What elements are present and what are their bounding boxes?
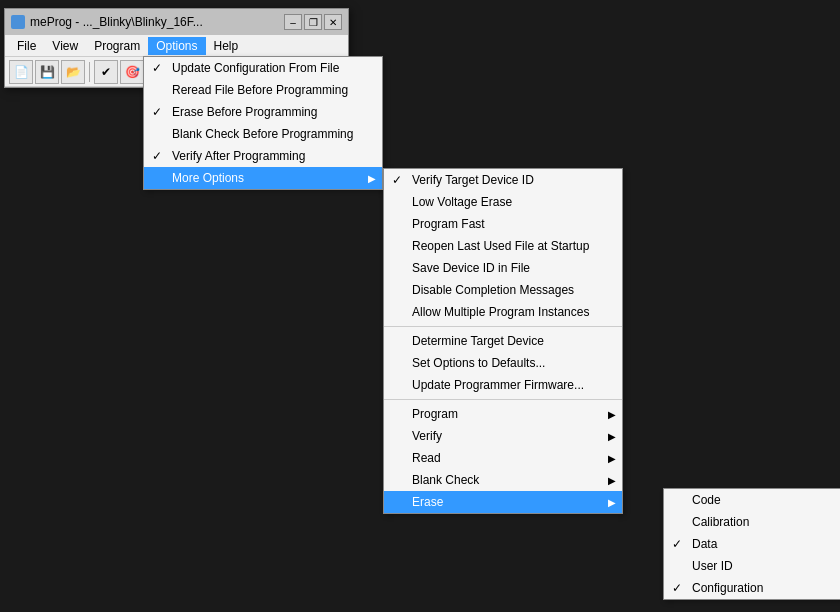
window-title: meProg - ..._Blinky\Blinky_16F... bbox=[30, 15, 203, 29]
toolbar-new-button[interactable]: 📄 bbox=[9, 60, 33, 84]
arrow-icon-blank-check: ▶ bbox=[608, 475, 616, 486]
separator-2 bbox=[384, 399, 622, 400]
menu-item-update-config[interactable]: ✓ Update Configuration From File bbox=[144, 57, 382, 79]
options-dropdown-menu: ✓ Update Configuration From File Reread … bbox=[143, 56, 383, 190]
menu-item-reread-file[interactable]: Reread File Before Programming bbox=[144, 79, 382, 101]
menu-item-disable-completion[interactable]: Disable Completion Messages bbox=[384, 279, 622, 301]
restore-button[interactable]: ❐ bbox=[304, 14, 322, 30]
menu-item-calibration[interactable]: Calibration bbox=[664, 511, 840, 533]
menubar-item-options[interactable]: Options bbox=[148, 37, 205, 55]
erase-dropdown-menu: Code Calibration ✓ Data User ID ✓ Config… bbox=[663, 488, 840, 600]
menu-item-allow-multiple[interactable]: Allow Multiple Program Instances bbox=[384, 301, 622, 323]
title-bar: meProg - ..._Blinky\Blinky_16F... – ❐ ✕ bbox=[5, 9, 348, 35]
menu-item-program-fast[interactable]: Program Fast bbox=[384, 213, 622, 235]
close-button[interactable]: ✕ bbox=[324, 14, 342, 30]
check-verify-after: ✓ bbox=[152, 149, 162, 163]
menubar: File View Program Options Help bbox=[5, 35, 348, 57]
toolbar-open-button[interactable]: 📂 bbox=[61, 60, 85, 84]
check-verify-target: ✓ bbox=[392, 173, 402, 187]
menu-item-user-id[interactable]: User ID bbox=[664, 555, 840, 577]
menu-item-blank-check-sub[interactable]: Blank Check ▶ bbox=[384, 469, 622, 491]
check-configuration: ✓ bbox=[672, 581, 682, 595]
toolbar-save-button[interactable]: 💾 bbox=[35, 60, 59, 84]
menubar-item-program[interactable]: Program bbox=[86, 37, 148, 55]
arrow-icon-more-options: ▶ bbox=[368, 173, 376, 184]
menubar-item-file[interactable]: File bbox=[9, 37, 44, 55]
check-data: ✓ bbox=[672, 537, 682, 551]
menu-item-low-voltage[interactable]: Low Voltage Erase bbox=[384, 191, 622, 213]
menu-item-verify-after[interactable]: ✓ Verify After Programming bbox=[144, 145, 382, 167]
arrow-icon-erase: ▶ bbox=[608, 497, 616, 508]
menu-item-reopen-last[interactable]: Reopen Last Used File at Startup bbox=[384, 235, 622, 257]
menu-item-blank-check[interactable]: Blank Check Before Programming bbox=[144, 123, 382, 145]
menu-item-configuration[interactable]: ✓ Configuration bbox=[664, 577, 840, 599]
check-update-config: ✓ bbox=[152, 61, 162, 75]
menu-item-set-options[interactable]: Set Options to Defaults... bbox=[384, 352, 622, 374]
arrow-icon-read: ▶ bbox=[608, 453, 616, 464]
menu-item-update-firmware[interactable]: Update Programmer Firmware... bbox=[384, 374, 622, 396]
minimize-button[interactable]: – bbox=[284, 14, 302, 30]
menu-item-determine-target[interactable]: Determine Target Device bbox=[384, 330, 622, 352]
menu-item-program-sub[interactable]: Program ▶ bbox=[384, 403, 622, 425]
app-icon bbox=[11, 15, 25, 29]
toolbar-target-button[interactable]: 🎯 bbox=[120, 60, 144, 84]
menu-item-more-options[interactable]: More Options ▶ bbox=[144, 167, 382, 189]
arrow-icon-program: ▶ bbox=[608, 409, 616, 420]
toolbar-check-button[interactable]: ✔ bbox=[94, 60, 118, 84]
menu-item-code[interactable]: Code bbox=[664, 489, 840, 511]
menubar-item-help[interactable]: Help bbox=[206, 37, 247, 55]
check-erase-before: ✓ bbox=[152, 105, 162, 119]
toolbar-separator bbox=[89, 62, 90, 82]
menu-item-erase-sub[interactable]: Erase ▶ bbox=[384, 491, 622, 513]
menu-item-erase-before[interactable]: ✓ Erase Before Programming bbox=[144, 101, 382, 123]
menubar-item-view[interactable]: View bbox=[44, 37, 86, 55]
menu-item-save-device-id[interactable]: Save Device ID in File bbox=[384, 257, 622, 279]
menu-item-verify-target[interactable]: ✓ Verify Target Device ID bbox=[384, 169, 622, 191]
window-controls: – ❐ ✕ bbox=[284, 14, 342, 30]
menu-item-verify-sub[interactable]: Verify ▶ bbox=[384, 425, 622, 447]
arrow-icon-verify: ▶ bbox=[608, 431, 616, 442]
more-options-dropdown-menu: ✓ Verify Target Device ID Low Voltage Er… bbox=[383, 168, 623, 514]
separator-1 bbox=[384, 326, 622, 327]
title-bar-left: meProg - ..._Blinky\Blinky_16F... bbox=[11, 15, 203, 29]
menu-item-read-sub[interactable]: Read ▶ bbox=[384, 447, 622, 469]
menu-item-data[interactable]: ✓ Data bbox=[664, 533, 840, 555]
